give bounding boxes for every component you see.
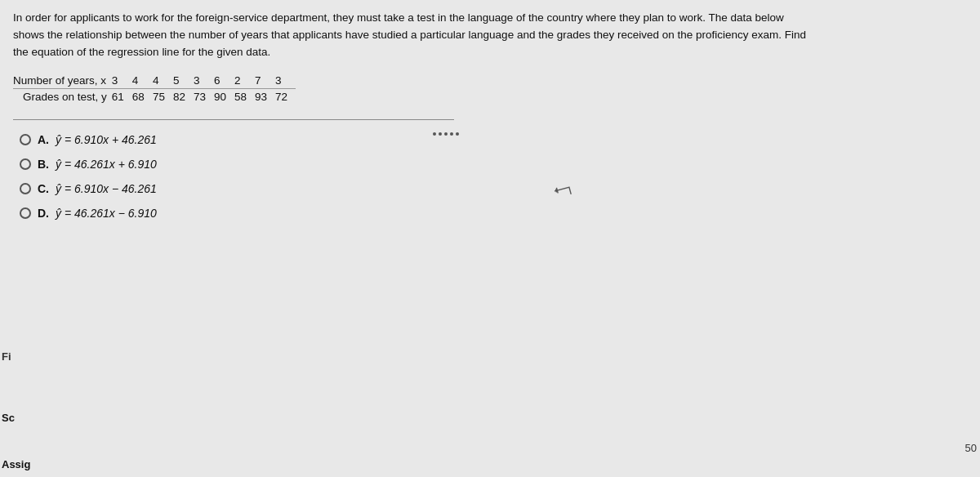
row1-val-9: 3 [275,73,296,89]
options-container: A. ŷ = 6.910x + 46.261 B. ŷ = 46.261x + … [20,133,967,220]
option-a-formula: ŷ = 6.910x + 46.261 [56,133,157,146]
radio-c[interactable] [20,183,31,194]
dot-2 [439,132,442,136]
dot-1 [433,132,436,136]
question-line3: the equation of the regression line for … [13,46,270,58]
row2-val-1: 61 [112,88,132,105]
option-d-row[interactable]: D. ŷ = 46.261x − 6.910 [20,207,967,220]
radio-d[interactable] [20,207,31,219]
bottom-right-label: 50 [965,442,980,454]
option-c-formula: ŷ = 6.910x − 46.261 [56,182,157,195]
radio-b[interactable] [20,158,31,170]
row1-val-7: 2 [234,73,255,89]
option-d-formula: ŷ = 46.261x − 6.910 [56,207,157,220]
row1-val-5: 3 [194,73,214,89]
question-text: In order for applicants to work for the … [13,10,813,61]
assig-label: Assig [2,458,30,470]
option-b-formula: ŷ = 46.261x + 6.910 [56,158,157,171]
option-c-row[interactable]: C. ŷ = 6.910x − 46.261 [20,182,967,195]
row1-label: Number of years, x [13,73,112,89]
dots-indicator [433,132,459,136]
row1-val-1: 3 [112,73,132,89]
option-b-label: B. [38,158,49,171]
option-d-label: D. [38,207,49,220]
row1-val-3: 4 [153,73,173,89]
dot-3 [444,132,448,136]
dot-4 [450,132,453,136]
dot-5 [456,132,459,136]
row2-val-6: 90 [214,88,234,105]
data-table: Number of years, x 3 4 4 5 3 6 2 7 3 Gra… [13,73,296,105]
row2-val-8: 93 [255,88,275,105]
radio-a[interactable] [20,134,31,145]
row1-val-4: 5 [173,73,194,89]
question-line2: shows the relationship between the numbe… [13,29,806,41]
option-c-label: C. [38,182,49,195]
row1-val-2: 4 [132,73,153,89]
row2-val-2: 68 [132,88,153,105]
row2-val-5: 73 [194,88,214,105]
main-container: In order for applicants to work for the … [0,0,980,477]
row2-val-3: 75 [153,88,173,105]
option-a-row[interactable]: A. ŷ = 6.910x + 46.261 [20,133,967,146]
row1-val-8: 7 [255,73,275,89]
row2-val-9: 72 [275,88,296,105]
row2-val-4: 82 [173,88,194,105]
sc-label: Sc [2,412,15,424]
row2-label: Grades on test, y [13,88,112,105]
option-a-label: A. [38,133,49,146]
row2-val-7: 58 [234,88,255,105]
option-b-row[interactable]: B. ŷ = 46.261x + 6.910 [20,158,967,171]
row1-val-6: 6 [214,73,234,89]
fi-label: Fi [2,350,11,363]
question-line1: In order for applicants to work for the … [13,11,784,24]
divider [13,119,454,120]
